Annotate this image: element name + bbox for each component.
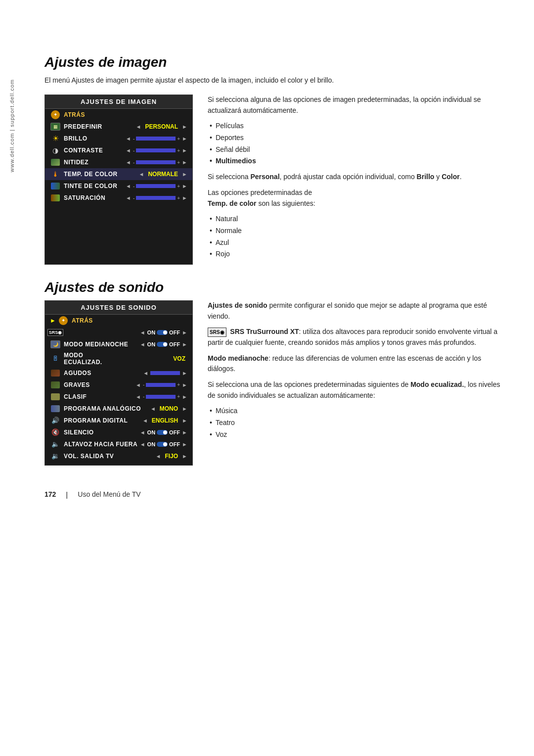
tinte-color-label: TINTE DE COLOR [64, 183, 126, 189]
srs-logo: SRS◉ [208, 328, 226, 337]
medianoche-toggle: ON OFF [147, 341, 180, 347]
arrow-left-altavoz: ◄ [140, 441, 145, 447]
silencio-label: SILENCIO [64, 429, 140, 436]
nitidez-bar [136, 160, 176, 164]
arrow-right-temp: ► [182, 171, 187, 177]
sound-desc-para3: Modo medianoche: reduce las diferencias … [208, 353, 504, 375]
graves-label: GRAVES [64, 381, 135, 388]
menu-item-prog-analogico[interactable]: PROGRAMA ANALÓGICO ◄ MONO ► [45, 403, 192, 415]
brillo-icon: ☀ [50, 134, 61, 143]
arrow-right-agudos: ► [182, 370, 187, 376]
image-menu-panel: AJUSTES DE IMAGEN ✦ ATRÁS ▦ PREDEFINIR ◄… [44, 94, 193, 265]
modo-ecualizad-label: MODO ECUALIZAD. [64, 352, 118, 366]
menu-item-predefinir[interactable]: ▦ PREDEFINIR ◄ PERSONAL ► [45, 121, 192, 133]
menu-item-modo-medianoche[interactable]: 🌙 MODO MEDIANOCHE ◄ ON OFF ► [45, 338, 192, 350]
brillo-bar [136, 137, 176, 141]
arrow-right-predefinir: ► [182, 124, 187, 130]
arrow-right-saturacion: ► [182, 195, 187, 201]
arrow-left-analog: ◄ [150, 406, 156, 412]
srs-icon: SRS◉ [50, 328, 61, 337]
sound-desc-para2: SRS◉ SRS TruSurround XT: utiliza dos alt… [208, 327, 504, 348]
page-number: 172 [44, 490, 56, 498]
menu-item-altavoz[interactable]: 🔈 ALTAVOZ HACIA FUERA ◄ ON OFF ► [45, 438, 192, 450]
arrow-right-srs: ► [182, 330, 187, 335]
menu-item-modo-ecualizad[interactable]: 🎚 MODO ECUALIZAD. VOZ [45, 350, 192, 367]
predefinir-icon: ▦ [50, 122, 61, 131]
arrow-right-contraste: ► [182, 147, 187, 153]
menu-item-contraste[interactable]: ◑ CONTRASTE ◄ - + ► [45, 144, 192, 156]
menu-item-saturacion[interactable]: SATURACIÓN ◄ - + ► [45, 192, 192, 204]
back-icon-sound: ✦ [58, 316, 69, 325]
menu-item-srs[interactable]: SRS◉ ◄ ON OFF ► [45, 327, 192, 338]
menu-item-agudos[interactable]: AGUDOS ◄ ► [45, 367, 192, 379]
arrow-left-nitidez: ◄ [126, 159, 131, 165]
vol-salida-label: VOL. SALIDA TV [64, 453, 156, 460]
clasif-bar [146, 395, 176, 399]
bullet-rojo: Rojo [208, 249, 504, 260]
clasif-icon [50, 392, 61, 401]
menu-item-graves[interactable]: GRAVES ◄ - + ► [45, 379, 192, 391]
arrow-right-brillo: ► [182, 136, 187, 142]
pointer-icon: ► [50, 317, 56, 324]
arrow-left-silencio: ◄ [140, 429, 145, 435]
altavoz-icon: 🔈 [50, 440, 61, 449]
clasif-bar-container: - + [143, 394, 180, 399]
menu-item-silencio[interactable]: 🔇 SILENCIO ◄ ON OFF ► [45, 426, 192, 438]
arrow-left-graves: ◄ [135, 382, 141, 388]
menu-item-tinte-color[interactable]: TINTE DE COLOR ◄ - + ► [45, 180, 192, 192]
footer-separator: | [66, 490, 68, 499]
sound-description: Ajustes de sonido permite configurar el … [208, 300, 504, 466]
menu-item-brillo[interactable]: ☀ BRILLO ◄ - + ► [45, 133, 192, 144]
saturacion-icon [50, 193, 61, 202]
contraste-bar-container: - + [133, 148, 180, 153]
graves-bar-container: - + [143, 382, 180, 387]
arrow-left-contraste: ◄ [126, 147, 131, 153]
dig-icon: 🔊 [50, 416, 61, 425]
predefinir-value: PERSONAL [145, 123, 178, 130]
contraste-bar [136, 148, 176, 152]
agudos-icon [50, 369, 61, 378]
arrow-right-digital: ► [182, 418, 187, 424]
menu-item-atras-image[interactable]: ✦ ATRÁS [45, 109, 192, 121]
back-icon-image: ✦ [50, 110, 61, 119]
arrow-left-tinte: ◄ [126, 183, 131, 189]
prog-analogico-label: PROGRAMA ANALÓGICO [64, 405, 150, 412]
graves-icon [50, 380, 61, 389]
image-desc-para2: Si selecciona Personal, podrá ajustar ca… [208, 172, 504, 183]
menu-item-vol-salida[interactable]: 🔉 VOL. SALIDA TV ◄ FIJO ► [45, 450, 192, 462]
bullet-normale: Normale [208, 226, 504, 236]
silencio-icon: 🔇 [50, 428, 61, 437]
altavoz-label: ALTAVOZ HACIA FUERA [64, 441, 140, 448]
proganalog-icon [50, 404, 61, 413]
menu-item-atras-sound[interactable]: ► ✦ ATRÁS [45, 315, 192, 327]
arrow-right-clasif: ► [182, 394, 187, 400]
brillo-bar-container: - + [133, 136, 180, 142]
menu-item-nitidez[interactable]: NITIDEZ ◄ - + ► [45, 156, 192, 168]
bullet-natural: Natural [208, 214, 504, 225]
bullet-voz: Voz [208, 429, 504, 440]
agudos-label: AGUDOS [64, 370, 143, 377]
arrow-left-predefinir: ◄ [136, 124, 141, 130]
image-menu-title: AJUSTES DE IMAGEN [45, 95, 192, 109]
section1-intro: El menú Ajustes de imagen permite ajusta… [44, 75, 504, 86]
menu-item-clasif[interactable]: CLASIF ◄ - + ► [45, 391, 192, 403]
arrow-right-graves: ► [182, 382, 187, 388]
altavoz-toggle: ON OFF [147, 441, 180, 447]
clasif-label: CLASIF [64, 393, 135, 400]
ecualizad-value: VOZ [173, 355, 185, 362]
arrow-left-srs: ◄ [140, 330, 145, 335]
sound-menu-panel: AJUSTES DE SONIDO ► ✦ ATRÁS SRS◉ ◄ [44, 300, 193, 466]
nitidez-icon [50, 158, 61, 167]
agudos-bar [150, 371, 180, 375]
modo-medianoche-label: MODO MEDIANOCHE [64, 341, 140, 348]
atras-label-sound: ATRÁS [72, 317, 187, 324]
bullet-senal: Señal débil [208, 144, 504, 155]
footer-text: Uso del Menú de TV [78, 490, 140, 498]
temp-color-value: NORMALE [148, 171, 178, 178]
image-bullets2: Natural Normale Azul Rojo [208, 214, 504, 260]
sound-bullets: Música Teatro Voz [208, 406, 504, 440]
menu-item-temp-color[interactable]: 🌡 TEMP. DE COLOR ◄ NORMALE ► [45, 168, 192, 180]
page-footer: 172 | Uso del Menú de TV [44, 485, 504, 499]
image-desc-para3: Las opciones predeterminadas deTemp. de … [208, 188, 504, 209]
menu-item-prog-digital[interactable]: 🔊 PROGRAMA DIGITAL ◄ ENGLISH ► [45, 415, 192, 426]
